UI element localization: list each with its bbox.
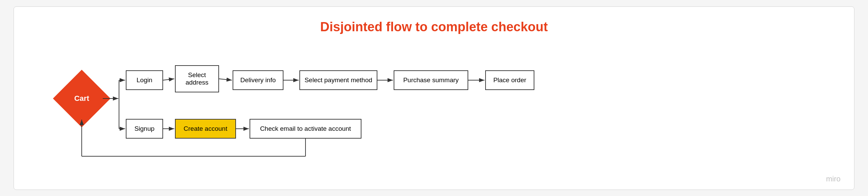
flow-area: Cart Login Select address Delivery info … — [41, 51, 841, 180]
select-address-box: Select address — [175, 65, 219, 92]
select-payment-box: Select payment method — [299, 70, 377, 90]
signup-box: Signup — [126, 119, 163, 139]
place-order-box: Place order — [485, 70, 534, 90]
svg-line-6 — [219, 79, 232, 80]
purchase-summary-box: Purchase summary — [394, 70, 468, 90]
check-email-box: Check email to activate account — [250, 119, 361, 139]
login-box: Login — [126, 70, 163, 90]
diagram-container: Disjointed flow to complete checkout Car… — [14, 6, 854, 190]
page-title: Disjointed flow to complete checkout — [14, 7, 854, 41]
cart-label: Cart — [61, 78, 102, 119]
delivery-info-box: Delivery info — [233, 70, 283, 90]
svg-line-5 — [163, 79, 174, 80]
create-account-box: Create account — [175, 119, 236, 139]
miro-label: miro — [826, 175, 841, 183]
